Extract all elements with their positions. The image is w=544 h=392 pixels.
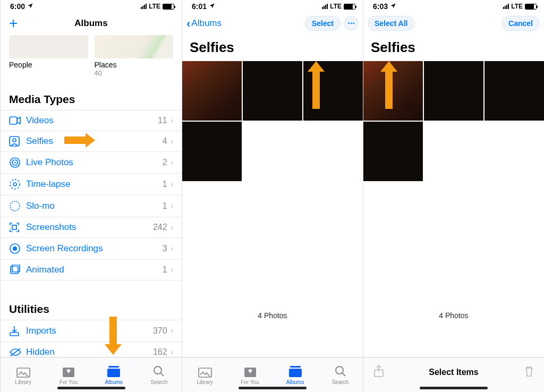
- status-bar: 6:00 LTE: [1, 0, 182, 12]
- screen-albums: 6:00 LTE + Albums People Places 40: [0, 0, 182, 392]
- home-indicator[interactable]: [420, 387, 488, 389]
- media-type-row-live-photos[interactable]: Live Photos2›: [1, 151, 182, 173]
- signal-icon: [322, 4, 328, 9]
- row-label: Live Photos: [23, 157, 163, 168]
- row-label: Screen Recordings: [23, 243, 163, 254]
- media-type-row-animated[interactable]: Animated1›: [1, 259, 182, 280]
- places-thumb: [95, 35, 174, 58]
- svg-point-11: [13, 246, 17, 251]
- people-thumb: [9, 35, 88, 58]
- home-indicator[interactable]: [239, 387, 307, 389]
- svg-line-27: [342, 373, 345, 376]
- location-icon: [27, 2, 33, 11]
- import-icon: [9, 325, 23, 337]
- signal-icon: [503, 4, 509, 9]
- search-icon: [152, 365, 165, 378]
- network-label: LTE: [330, 3, 342, 10]
- row-count: 2: [163, 158, 167, 167]
- record-icon: [9, 243, 23, 254]
- row-label: Videos: [23, 115, 158, 126]
- cancel-button[interactable]: Cancel: [502, 16, 540, 31]
- section-header-media-types: Media Types: [1, 83, 182, 110]
- svg-rect-12: [11, 266, 18, 274]
- photo-thumbnail[interactable]: [303, 61, 363, 121]
- battery-icon: [163, 4, 174, 10]
- album-people[interactable]: People: [9, 35, 88, 77]
- library-icon: [198, 365, 212, 378]
- row-label: Animated: [23, 265, 163, 275]
- photo-thumbnail[interactable]: [243, 61, 302, 121]
- section-header-utilities: Utilities: [1, 293, 182, 320]
- chevron-right-icon: ›: [167, 244, 173, 253]
- chevron-left-icon: ‹: [186, 19, 190, 28]
- tab-search[interactable]: Search: [137, 357, 182, 392]
- navbar: Select All Cancel: [363, 12, 544, 35]
- status-time: 6:00: [10, 2, 25, 11]
- utility-row-imports[interactable]: Imports370›: [1, 320, 182, 342]
- slomo-icon: [9, 200, 23, 212]
- chevron-right-icon: ›: [167, 158, 173, 167]
- media-type-row-videos[interactable]: Videos11›: [1, 110, 182, 131]
- row-count: 11: [158, 116, 167, 125]
- photo-thumbnail[interactable]: [182, 122, 242, 181]
- photo-thumbnail[interactable]: [484, 61, 544, 121]
- tab-label: For You: [60, 379, 78, 385]
- page-title: Albums: [74, 18, 107, 29]
- media-type-row-screen-recordings[interactable]: Screen Recordings3›: [1, 237, 182, 259]
- svg-rect-25: [289, 369, 302, 377]
- location-icon: [390, 2, 396, 11]
- home-indicator[interactable]: [57, 387, 125, 389]
- photo-count: 4 Photos: [182, 311, 363, 320]
- album-title: Selfies: [182, 35, 363, 61]
- tab-library[interactable]: Library: [1, 357, 46, 392]
- tab-label: Library: [15, 379, 31, 385]
- chevron-right-icon: ›: [167, 265, 173, 275]
- svg-point-6: [10, 180, 20, 189]
- chevron-right-icon: ›: [167, 201, 173, 211]
- places-label: Places: [95, 61, 174, 69]
- chevron-right-icon: ›: [167, 223, 173, 232]
- status-time: 6:01: [192, 2, 207, 11]
- more-button[interactable]: ···: [344, 16, 359, 31]
- location-icon: [209, 2, 215, 11]
- back-button[interactable]: ‹ Albums: [186, 18, 222, 29]
- photo-thumbnail[interactable]: [424, 61, 483, 121]
- row-label: Time-lapse: [23, 179, 163, 190]
- network-label: LTE: [149, 3, 160, 10]
- select-button[interactable]: Select: [305, 16, 341, 31]
- tab-search[interactable]: Search: [318, 357, 363, 392]
- utility-row-hidden[interactable]: Hidden162›: [1, 342, 182, 357]
- screen-selfies-selecting: 6:03 LTE Select All Cancel Selfies 4 Pho…: [363, 0, 544, 392]
- media-type-row-time-lapse[interactable]: Time-lapse1›: [1, 173, 182, 195]
- toolbar-title: Select Items: [363, 368, 544, 377]
- foryou-icon: [244, 365, 257, 378]
- albums-icon: [288, 365, 302, 378]
- row-label: Slo-mo: [23, 201, 163, 211]
- svg-point-26: [336, 367, 343, 374]
- photo-thumbnail[interactable]: [363, 122, 423, 181]
- row-label: Screenshots: [23, 222, 153, 233]
- svg-rect-19: [107, 369, 120, 377]
- select-all-button[interactable]: Select All: [368, 16, 415, 31]
- media-type-row-selfies[interactable]: Selfies4›: [1, 131, 182, 151]
- chevron-right-icon: ›: [167, 347, 173, 357]
- chevron-right-icon: ›: [167, 326, 173, 336]
- svg-point-5: [14, 162, 16, 164]
- row-label: Hidden: [23, 347, 153, 357]
- status-time: 6:03: [373, 2, 388, 11]
- photo-thumbnail[interactable]: [182, 61, 242, 121]
- album-places[interactable]: Places 40: [95, 35, 174, 77]
- media-type-row-screenshots[interactable]: Screenshots242›: [1, 217, 182, 237]
- row-count: 3: [163, 244, 167, 253]
- albums-icon: [107, 365, 121, 378]
- media-type-row-slo-mo[interactable]: Slo-mo1›: [1, 195, 182, 217]
- tab-library[interactable]: Library: [182, 357, 227, 392]
- tab-label: Search: [332, 379, 349, 385]
- status-bar: 6:03 LTE: [363, 0, 544, 12]
- photo-thumbnail[interactable]: [363, 61, 423, 121]
- add-button[interactable]: +: [9, 15, 18, 32]
- photo-count: 4 Photos: [363, 311, 544, 320]
- foryou-icon: [62, 365, 75, 378]
- tab-label: Library: [197, 379, 213, 385]
- people-label: People: [9, 61, 88, 69]
